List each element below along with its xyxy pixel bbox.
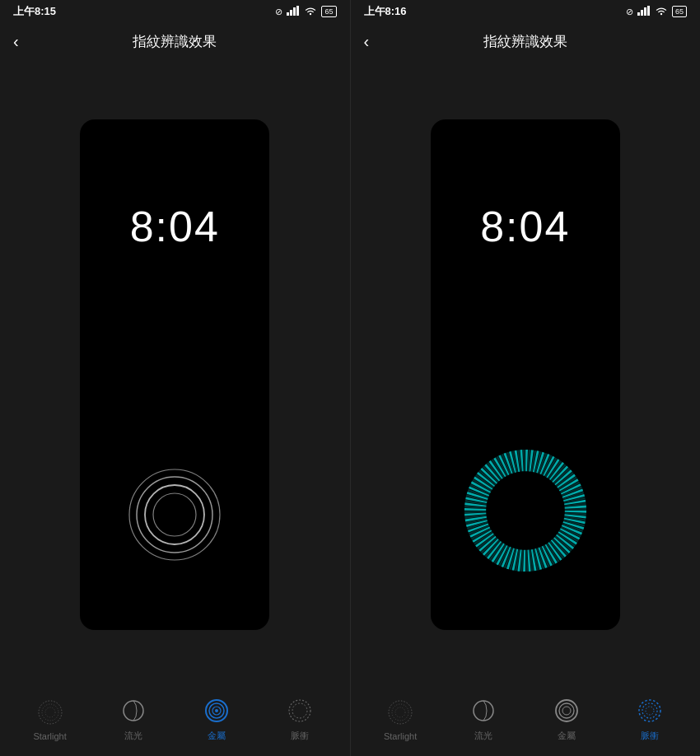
signal-icon-right — [637, 6, 651, 17]
svg-point-26 — [488, 474, 562, 548]
svg-point-11 — [45, 707, 55, 717]
wifi-icon-right — [655, 6, 668, 17]
svg-point-12 — [124, 701, 143, 721]
svg-point-18 — [292, 703, 307, 718]
svg-point-5 — [129, 469, 220, 560]
svg-point-10 — [42, 704, 58, 721]
back-button-left[interactable]: ‹ — [13, 32, 19, 51]
svg-rect-22 — [647, 6, 650, 16]
svg-rect-19 — [637, 12, 640, 16]
svg-point-28 — [392, 704, 408, 721]
tab-icon-starlight-right — [385, 698, 415, 727]
svg-point-7 — [145, 485, 204, 544]
phone-preview-right: 8:04 // Will generate dots via JS — [431, 119, 620, 630]
preview-time-left: 8:04 — [130, 202, 220, 251]
tab-metal-left[interactable]: 金屬 — [184, 696, 250, 742]
top-bar-right: ‹ 指紋辨識效果 — [351, 23, 701, 59]
fingerprint-teal-right: // Will generate dots via JS below — [464, 449, 587, 572]
svg-point-36 — [646, 707, 654, 715]
svg-rect-3 — [296, 6, 299, 16]
battery-icon-right: 65 — [672, 6, 687, 17]
tab-metal-right[interactable]: 金屬 — [534, 696, 600, 742]
status-icons-left: ⊘ 65 — [275, 6, 336, 17]
preview-container-left: 8:04 — [0, 59, 350, 682]
tab-starlight-right[interactable]: Starlight — [367, 698, 433, 741]
svg-point-29 — [395, 707, 405, 717]
svg-rect-2 — [293, 7, 296, 16]
fingerprint-rings-left — [125, 465, 224, 564]
svg-rect-1 — [290, 10, 292, 16]
preview-container-right: 8:04 // Will generate dots via JS — [351, 59, 701, 682]
page-title-right: 指紋辨識效果 — [483, 32, 567, 51]
tab-pulse-right[interactable]: 脈衝 — [617, 696, 683, 742]
status-time-left: 上午8:15 — [13, 4, 56, 19]
tab-icon-flow-left — [119, 696, 148, 726]
svg-rect-0 — [287, 12, 289, 16]
tab-pulse-left[interactable]: 脈衝 — [267, 696, 333, 742]
tab-icon-metal-right — [552, 696, 581, 726]
bottom-tabs-right: Starlight 流光 金屬 — [351, 682, 701, 756]
status-time-right: 上午8:16 — [364, 4, 407, 19]
status-icons-right: ⊘ 65 — [626, 6, 687, 17]
svg-point-33 — [562, 707, 571, 715]
tab-icon-pulse-right — [635, 696, 665, 726]
top-bar-left: ‹ 指紋辨識效果 — [0, 23, 350, 59]
tab-label-flow-left: 流光 — [124, 730, 142, 742]
svg-point-35 — [642, 703, 657, 718]
tab-label-flow-right: 流光 — [474, 730, 492, 742]
bottom-tabs-left: Starlight 流光 金屬 — [0, 682, 350, 756]
tab-icon-flow-right — [469, 696, 498, 726]
tab-label-pulse-left: 脈衝 — [291, 730, 309, 742]
svg-point-23 — [660, 13, 662, 15]
page-title-left: 指紋辨識效果 — [133, 32, 217, 51]
right-panel: 上午8:16 ⊘ 65 ‹ 指紋辨識效果 8:04 — [351, 0, 701, 756]
svg-rect-21 — [644, 7, 646, 16]
phone-preview-left: 8:04 — [80, 119, 269, 630]
tab-icon-starlight-left — [35, 698, 65, 727]
battery-icon: 65 — [321, 6, 336, 17]
svg-point-32 — [559, 703, 574, 718]
left-panel: 上午8:15 ⊘ 65 ‹ 指紋辨識效果 8:04 — [0, 0, 350, 756]
tab-label-metal-right: 金屬 — [558, 730, 576, 742]
wifi-icon — [304, 6, 317, 17]
svg-point-16 — [215, 709, 218, 712]
tab-label-metal-left: 金屬 — [208, 730, 226, 742]
charge-icon-right: ⊘ — [626, 7, 633, 17]
tab-flow-left[interactable]: 流光 — [100, 696, 166, 742]
svg-rect-20 — [641, 10, 643, 16]
signal-icon — [287, 6, 300, 17]
tab-label-starlight-right: Starlight — [384, 731, 417, 741]
tab-icon-pulse-left — [285, 696, 315, 726]
tab-label-pulse-right: 脈衝 — [641, 730, 659, 742]
svg-point-4 — [310, 13, 311, 15]
svg-point-30 — [474, 701, 493, 721]
svg-point-8 — [153, 493, 196, 536]
charge-icon: ⊘ — [275, 7, 282, 17]
tab-label-starlight-left: Starlight — [33, 731, 66, 741]
tab-starlight-left[interactable]: Starlight — [17, 698, 83, 741]
tab-icon-metal-left — [202, 696, 231, 726]
svg-point-6 — [137, 477, 212, 553]
preview-time-right: 8:04 — [480, 202, 570, 251]
status-bar-right: 上午8:16 ⊘ 65 — [351, 0, 701, 23]
status-bar-left: 上午8:15 ⊘ 65 — [0, 0, 350, 23]
tab-flow-right[interactable]: 流光 — [450, 696, 516, 742]
back-button-right[interactable]: ‹ — [364, 32, 370, 51]
